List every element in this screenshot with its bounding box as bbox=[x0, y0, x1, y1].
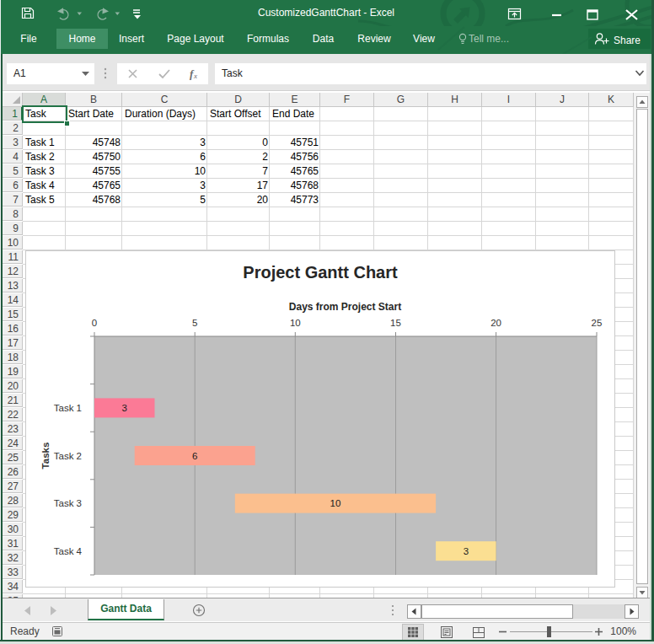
svg-text:25: 25 bbox=[592, 318, 603, 328]
svg-text:10: 10 bbox=[330, 498, 341, 508]
svg-text:Task 3: Task 3 bbox=[54, 498, 82, 508]
svg-text:Task 1: Task 1 bbox=[54, 403, 82, 413]
svg-text:Days from Project Start: Days from Project Start bbox=[289, 301, 401, 313]
svg-text:15: 15 bbox=[390, 318, 401, 328]
svg-text:x: x bbox=[193, 72, 197, 80]
svg-text:20: 20 bbox=[490, 318, 501, 328]
svg-text:3: 3 bbox=[464, 546, 469, 556]
svg-text:Task 4: Task 4 bbox=[54, 546, 83, 556]
svg-text:5: 5 bbox=[192, 318, 197, 328]
svg-text:Tasks: Tasks bbox=[40, 443, 51, 470]
svg-text:Project Gantt Chart: Project Gantt Chart bbox=[243, 263, 398, 282]
svg-text:Share: Share bbox=[614, 35, 641, 46]
svg-text:10: 10 bbox=[290, 318, 301, 328]
svg-text:3: 3 bbox=[122, 403, 127, 413]
svg-text:0: 0 bbox=[92, 318, 97, 328]
svg-text:6: 6 bbox=[192, 451, 197, 461]
svg-text:Task 2: Task 2 bbox=[54, 451, 82, 461]
